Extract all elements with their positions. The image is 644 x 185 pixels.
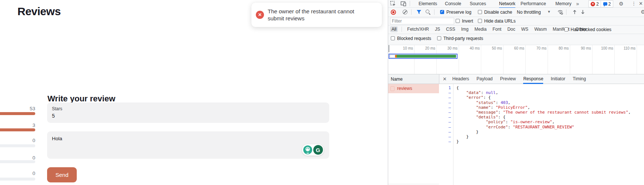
request-detail-tabbar: ✕ HeadersPayloadPreviewResponseInitiator… bbox=[439, 74, 644, 84]
third-party-requests-label[interactable]: Third-party requests bbox=[443, 36, 483, 41]
more-tabs-chevron-icon[interactable]: » bbox=[576, 1, 579, 7]
type-pill-css[interactable]: CSS bbox=[445, 26, 457, 32]
wrap-marker: – bbox=[439, 105, 453, 110]
device-toolbar-icon[interactable] bbox=[400, 1, 406, 7]
network-conditions-icon[interactable] bbox=[557, 9, 564, 15]
throttling-caret-icon[interactable]: ▾ bbox=[548, 9, 550, 14]
stars-label: Stars bbox=[52, 106, 62, 111]
rating-bar bbox=[0, 178, 35, 181]
selected-request-waterfall-bar[interactable] bbox=[389, 54, 458, 59]
ruler-tick-label: 40 ms bbox=[458, 46, 480, 50]
json-line: "data": null, bbox=[456, 90, 644, 95]
grammarly-suggestions-icon[interactable] bbox=[303, 145, 312, 154]
json-line: "errCode": "RESTAURANT_OWNER_REVIEW" bbox=[456, 125, 644, 130]
wrap-marker: – bbox=[439, 134, 453, 139]
type-pill-font[interactable]: Font bbox=[491, 26, 503, 32]
rating-bar bbox=[0, 128, 35, 131]
devtools-tab-elements[interactable]: Elements bbox=[419, 0, 437, 7]
error-count-badge[interactable]: ✕ 2 bbox=[588, 0, 601, 7]
rating-bar bbox=[0, 160, 35, 163]
detail-tab-preview[interactable]: Preview bbox=[500, 74, 516, 83]
search-icon[interactable] bbox=[426, 10, 429, 13]
filter-funnel-icon[interactable] bbox=[416, 10, 422, 14]
blocked-requests-checkbox[interactable] bbox=[391, 36, 395, 40]
json-line: "name": "PolicyError", bbox=[456, 105, 644, 110]
type-pill-img[interactable]: Img bbox=[460, 26, 470, 32]
type-pill-wasm[interactable]: Wasm bbox=[533, 26, 548, 32]
preserve-log-checkbox[interactable] bbox=[440, 10, 444, 14]
blocked-requests-label[interactable]: Blocked requests bbox=[397, 36, 431, 41]
issues-badge-icon bbox=[603, 2, 607, 6]
rating-bar-count: 0 bbox=[0, 138, 35, 143]
wrap-marker: – bbox=[439, 115, 453, 120]
line-number-gutter: 1––––––––––– bbox=[439, 84, 453, 185]
detail-tab-headers[interactable]: Headers bbox=[452, 74, 469, 83]
json-line: { bbox=[456, 85, 644, 90]
page-title: Reviews bbox=[17, 5, 61, 18]
ruler-tick-label: 70 ms bbox=[524, 46, 546, 50]
throttling-select[interactable]: No throttling bbox=[517, 10, 541, 15]
inspect-icon[interactable] bbox=[390, 1, 396, 7]
devtools-panel: ElementsConsoleSourcesNetworkPerformance… bbox=[388, 0, 644, 185]
network-settings-gear-icon[interactable]: ⚙ bbox=[641, 9, 644, 15]
hide-data-urls-label[interactable]: Hide data URLs bbox=[484, 18, 516, 24]
rating-bar-count: 3 bbox=[0, 122, 35, 128]
settings-gear-icon[interactable]: ⚙ bbox=[619, 1, 624, 7]
filter-input[interactable] bbox=[390, 18, 454, 24]
disable-cache-label[interactable]: Disable cache bbox=[484, 10, 512, 15]
type-pill-doc[interactable]: Doc bbox=[506, 26, 516, 32]
grammarly-pill[interactable]: G bbox=[302, 144, 324, 156]
toast-message: The owner of the restaurant cannot submi… bbox=[268, 8, 354, 22]
review-comment-field[interactable]: Hola G bbox=[47, 131, 329, 159]
close-devtools-icon[interactable]: ✕ bbox=[639, 1, 643, 6]
pill-divider bbox=[402, 27, 402, 32]
devtools-tab-sources[interactable]: Sources bbox=[470, 0, 486, 7]
type-pill-fetchxhr[interactable]: Fetch/XHR bbox=[406, 26, 430, 32]
type-pill-js[interactable]: JS bbox=[433, 26, 442, 32]
detail-tab-payload[interactable]: Payload bbox=[476, 74, 492, 83]
import-har-icon[interactable] bbox=[572, 9, 577, 15]
issues-count-badge[interactable]: 2 bbox=[601, 0, 613, 7]
resource-type-filter-row: AllFetch/XHRJSCSSImgMediaFontDocWSWasmMa… bbox=[388, 26, 644, 34]
grammarly-logo-icon[interactable]: G bbox=[313, 145, 323, 155]
name-column-header[interactable]: Name bbox=[388, 74, 439, 84]
devtools-tab-performance[interactable]: Performance bbox=[521, 0, 546, 7]
close-detail-icon[interactable]: ✕ bbox=[443, 76, 447, 82]
devtools-tab-network[interactable]: Network bbox=[499, 0, 515, 9]
third-party-requests-checkbox[interactable] bbox=[437, 36, 441, 40]
has-blocked-cookies-label[interactable]: Has blocked cookies bbox=[571, 27, 611, 32]
preserve-log-label[interactable]: Preserve log bbox=[446, 10, 471, 15]
detail-tab-initiator[interactable]: Initiator bbox=[551, 74, 565, 83]
filter-row: Invert Hide data URLs bbox=[388, 17, 644, 26]
send-button[interactable]: Send bbox=[47, 167, 77, 182]
ruler-tick-label: 100 ms bbox=[591, 46, 613, 50]
stars-value: 5 bbox=[52, 113, 55, 119]
hide-data-urls-checkbox[interactable] bbox=[478, 19, 482, 23]
request-row-reviews[interactable]: reviews bbox=[388, 84, 439, 93]
kebab-menu-icon[interactable]: ⋮ bbox=[631, 1, 636, 6]
invert-checkbox[interactable] bbox=[456, 19, 460, 23]
wrap-marker: – bbox=[439, 120, 453, 124]
json-line: } bbox=[456, 139, 644, 144]
ruler-tick-label: 60 ms bbox=[502, 46, 524, 50]
devtools-tab-memory[interactable]: Memory bbox=[555, 0, 571, 7]
toolbar-divider bbox=[411, 9, 412, 15]
type-pill-all[interactable]: All bbox=[390, 26, 398, 32]
detail-tab-timing[interactable]: Timing bbox=[573, 74, 586, 83]
request-file-icon bbox=[390, 86, 394, 91]
ruler-zero-tick bbox=[389, 45, 389, 52]
json-line: "status": 403, bbox=[456, 100, 644, 105]
type-pill-media[interactable]: Media bbox=[473, 26, 488, 32]
toolbar-divider bbox=[566, 9, 567, 15]
devtools-tab-console[interactable]: Console bbox=[445, 0, 461, 7]
detail-tab-response[interactable]: Response bbox=[523, 74, 543, 84]
has-blocked-cookies-checkbox[interactable] bbox=[564, 27, 568, 31]
type-pill-ws[interactable]: WS bbox=[520, 26, 530, 32]
wrap-marker: – bbox=[439, 100, 453, 105]
disable-cache-checkbox[interactable] bbox=[478, 10, 482, 14]
record-network-log-icon[interactable] bbox=[391, 10, 396, 15]
stars-field[interactable]: Stars 5 bbox=[47, 102, 329, 123]
clear-network-log-icon[interactable] bbox=[403, 10, 407, 14]
invert-label[interactable]: Invert bbox=[462, 18, 473, 24]
export-har-icon[interactable] bbox=[580, 9, 585, 15]
